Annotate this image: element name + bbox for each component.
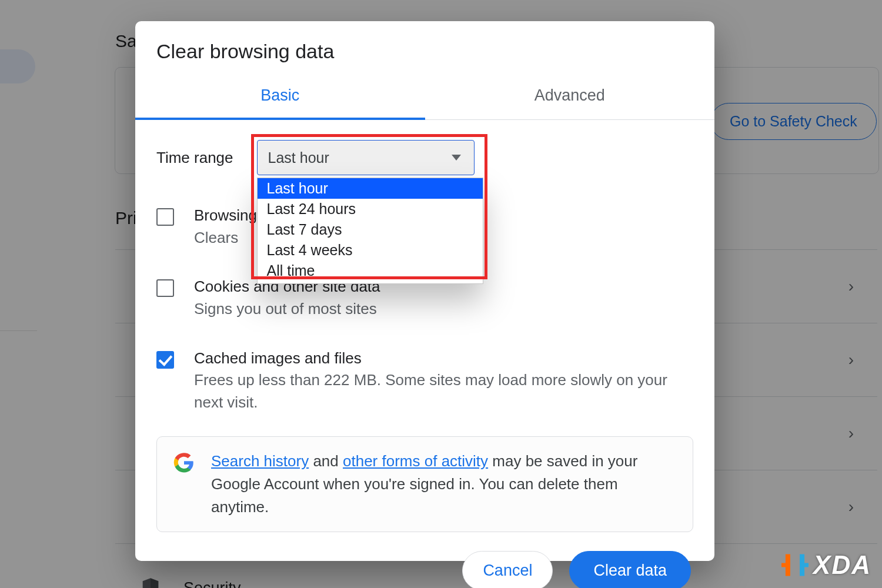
checkbox-cache[interactable]	[156, 351, 174, 369]
clear-browsing-data-dialog: Clear browsing data Basic Advanced Time …	[135, 21, 714, 561]
tab-advanced[interactable]: Advanced	[425, 75, 715, 119]
time-range-label: Time range	[156, 149, 233, 167]
notice-text: Search history and other forms of activi…	[211, 450, 676, 519]
checkbox-browsing-history[interactable]	[156, 208, 174, 226]
dialog-title: Clear browsing data	[135, 21, 714, 75]
time-range-option-last-hour[interactable]: Last hour	[258, 178, 483, 199]
item-title: Cached images and files	[194, 348, 693, 370]
checkbox-cookies[interactable]	[156, 279, 174, 297]
xda-watermark-text: XDA	[813, 550, 871, 580]
google-logo-icon	[173, 452, 195, 473]
xda-logo-icon	[781, 552, 808, 579]
cancel-button[interactable]: Cancel	[462, 551, 553, 588]
item-cache: Cached images and files Frees up less th…	[156, 339, 693, 433]
link-other-activity[interactable]: other forms of activity	[343, 452, 488, 470]
link-search-history[interactable]: Search history	[211, 452, 309, 470]
item-desc: Frees up less than 222 MB. Some sites ma…	[194, 369, 693, 413]
notice-text-part: and	[309, 452, 343, 470]
xda-watermark: XDA	[781, 550, 871, 580]
dialog-tabs: Basic Advanced	[135, 75, 714, 120]
time-range-select[interactable]: Last hour	[257, 140, 475, 175]
time-range-option-last-24h[interactable]: Last 24 hours	[258, 199, 483, 219]
clear-data-button[interactable]: Clear data	[569, 551, 691, 588]
google-account-notice: Search history and other forms of activi…	[156, 436, 693, 532]
time-range-option-last-7d[interactable]: Last 7 days	[258, 219, 483, 240]
dropdown-triangle-icon	[452, 155, 461, 161]
tab-basic[interactable]: Basic	[135, 75, 425, 120]
time-range-option-all-time[interactable]: All time	[258, 260, 483, 281]
item-desc: Signs you out of most sites	[194, 298, 380, 320]
time-range-option-last-4w[interactable]: Last 4 weeks	[258, 240, 483, 260]
time-range-value: Last hour	[268, 149, 329, 166]
time-range-dropdown: Last hour Last 24 hours Last 7 days Last…	[257, 178, 483, 284]
